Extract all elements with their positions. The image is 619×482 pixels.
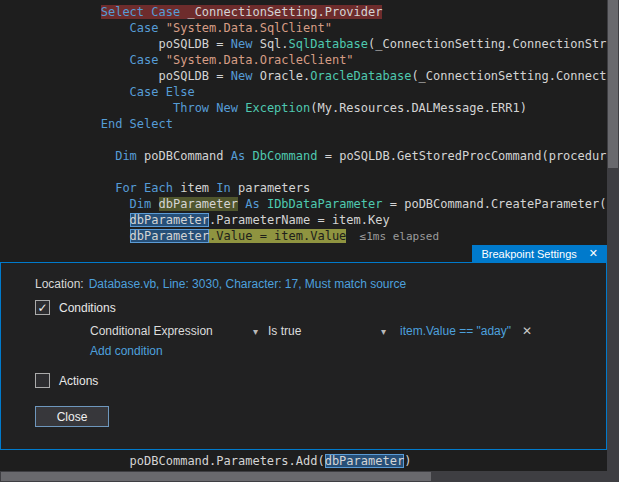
code-token: .ParameterName = item.Key <box>209 213 390 227</box>
location-row: Location:Database.vb, Line: 3030, Charac… <box>35 277 406 291</box>
code-token: Sql. <box>252 37 288 51</box>
vertical-scrollbar-thumb[interactable] <box>608 0 618 168</box>
code-token <box>14 117 101 131</box>
horizontal-scrollbar[interactable] <box>0 471 607 482</box>
conditions-label: Conditions <box>59 301 116 315</box>
code-token <box>14 197 130 211</box>
code-line: poDBCommand.Parameters.Add(dbParameter) <box>14 453 607 469</box>
code-token <box>14 181 115 195</box>
code-line: Dim dbParameter As IDbDataParameter = po… <box>14 196 607 212</box>
code-line: End Select <box>14 116 607 132</box>
code-token <box>159 21 166 35</box>
code-token: "System.Data.SqlClient" <box>166 21 332 35</box>
code-token <box>14 101 173 115</box>
code-token: _ConnectionSetting.Provider <box>180 5 382 19</box>
code-token: IDbDataParameter <box>267 197 383 211</box>
code-token: item <box>173 181 216 195</box>
conditions-row: ✓ Conditions <box>35 300 116 315</box>
selected-reference: dbParameter <box>130 229 209 243</box>
code-token: OracleDatabase <box>310 69 411 83</box>
code-line: Select Case _ConnectionSetting.Provider <box>14 4 607 20</box>
code-token <box>159 53 166 67</box>
code-token: Exception <box>245 101 310 115</box>
location-label: Location: <box>35 277 84 291</box>
code-token <box>14 213 130 227</box>
code-token: Case <box>130 21 159 35</box>
code-token: New <box>231 37 253 51</box>
code-token: DbCommand <box>252 149 317 163</box>
code-token: In <box>216 181 230 195</box>
code-token <box>14 149 115 163</box>
code-token: Oracle. <box>252 69 310 83</box>
code-token <box>14 85 130 99</box>
code-line <box>14 132 607 148</box>
code-line: Case "System.Data.OracleClient" <box>14 52 607 68</box>
code-token: New <box>231 69 253 83</box>
code-token: As <box>231 149 245 163</box>
code-token: (_ConnectionSetting.ConnectionS <box>411 69 607 83</box>
close-icon[interactable]: ✕ <box>589 248 598 259</box>
code-line: dbParameter.ParameterName = item.Key <box>14 212 607 228</box>
code-token: = poSQLDB.GetStoredProcCommand(procedure… <box>317 149 607 163</box>
remove-condition-icon[interactable]: ✕ <box>522 324 532 338</box>
code-token: poSQLDB = <box>14 69 231 83</box>
code-line: For Each item In parameters <box>14 180 607 196</box>
add-condition-link[interactable]: Add condition <box>90 344 163 358</box>
code-token: SqlDatabase <box>289 37 368 51</box>
current-statement: .Value = item.Value <box>209 229 346 243</box>
chevron-down-icon: ▾ <box>253 324 258 339</box>
vertical-scrollbar[interactable] <box>607 0 619 482</box>
location-link[interactable]: Database.vb, Line: 3030, Character: 17, … <box>89 277 407 291</box>
actions-row: Actions <box>35 373 98 388</box>
code-token: For Each <box>115 181 173 195</box>
highlighted-statement: Select Case <box>101 5 180 19</box>
code-editor-bottom[interactable]: poDBCommand.Parameters.Add(dbParameter) <box>0 453 607 470</box>
actions-label: Actions <box>59 374 98 388</box>
code-token: Throw New <box>173 101 238 115</box>
condition-kind-dropdown[interactable]: Conditional Expression ▾ <box>90 324 258 339</box>
code-token: Dim <box>115 149 137 163</box>
code-token: ) <box>404 454 411 468</box>
code-token <box>14 53 130 67</box>
code-token: parameters <box>231 181 310 195</box>
close-button[interactable]: Close <box>35 406 109 427</box>
check-icon: ✓ <box>37 302 47 314</box>
code-token <box>151 197 158 211</box>
breakpoint-settings-panel: Location:Database.vb, Line: 3030, Charac… <box>0 262 607 450</box>
code-token: poDBCommand <box>137 149 231 163</box>
code-token: poSQLDB = <box>14 37 231 51</box>
code-token: Case <box>130 53 159 67</box>
conditions-checkbox[interactable]: ✓ <box>35 300 50 315</box>
selected-reference: dbParameter <box>325 454 404 468</box>
selected-reference: dbParameter <box>130 213 209 227</box>
code-token <box>260 197 267 211</box>
code-line: Throw New Exception(My.Resources.DALMess… <box>14 100 607 116</box>
code-token: As <box>245 197 259 211</box>
horizontal-scrollbar-thumb[interactable] <box>1 472 431 481</box>
code-line: poSQLDB = New Oracle.OracleDatabase(_Con… <box>14 68 607 84</box>
perf-tip[interactable]: ≤1ms elapsed <box>346 230 439 243</box>
code-token: = poDBCommand.CreateParameter() <box>383 197 607 211</box>
highlighted-reference: dbParameter <box>159 197 238 211</box>
actions-checkbox[interactable] <box>35 373 50 388</box>
condition-kind-value: Conditional Expression <box>90 324 213 339</box>
code-token: (_ConnectionSetting.ConnectionString <box>368 37 607 51</box>
code-token <box>14 5 101 19</box>
code-line <box>14 164 607 180</box>
breakpoint-settings-tab-label: Breakpoint Settings <box>481 248 576 260</box>
code-editor[interactable]: Select Case _ConnectionSetting.Provider … <box>0 0 607 249</box>
code-token: Dim <box>130 197 152 211</box>
condition-operator-dropdown[interactable]: Is true ▾ <box>268 324 386 339</box>
breakpoint-settings-tab: Breakpoint Settings ✕ <box>472 245 607 262</box>
code-token: (My.Resources.DALMessage.ERR1) <box>310 101 527 115</box>
code-token: Case Else <box>130 85 195 99</box>
code-line: Case "System.Data.SqlClient" <box>14 20 607 36</box>
code-token: "System.Data.OracleClient" <box>166 53 354 67</box>
condition-expression-input[interactable]: item.Value == "aday" <box>400 324 511 338</box>
code-line: dbParameter.Value = item.Value ≤1ms elap… <box>14 228 607 244</box>
code-token: poDBCommand.Parameters.Add( <box>14 454 325 468</box>
code-line: poSQLDB = New Sql.SqlDatabase(_Connectio… <box>14 36 607 52</box>
code-token: End Select <box>101 117 173 131</box>
code-line: Case Else <box>14 84 607 100</box>
code-line: Dim poDBCommand As DbCommand = poSQLDB.G… <box>14 148 607 164</box>
